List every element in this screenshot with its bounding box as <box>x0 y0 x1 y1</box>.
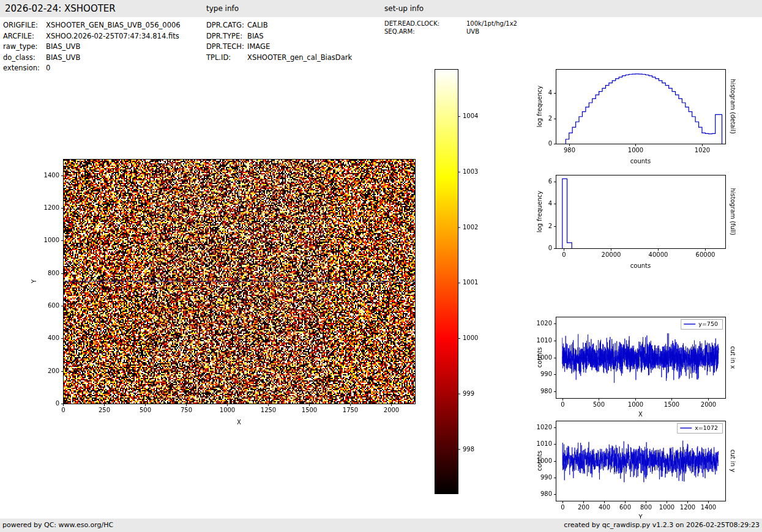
metadata-value: 0 <box>46 64 50 72</box>
metadata-label: raw_type: <box>3 42 46 53</box>
metadata-label: DET.READ.CLOCK: <box>384 20 466 28</box>
file-info-list: ORIGFILE:XSHOOTER_GEN_BIAS_UVB_056_0006A… <box>3 20 181 74</box>
metadata-row: DPR.TYPE:BIAS <box>206 31 352 42</box>
metadata-value: XSHOO.2026-02-25T07:47:34.814.fits <box>46 32 179 40</box>
metadata-row: DET.READ.CLOCK:100k/1pt/hg/1x2 <box>384 20 517 28</box>
metadata-row: DPR.TECH:IMAGE <box>206 42 352 53</box>
histogram-full-plot <box>536 169 747 273</box>
metadata-label: SEQ.ARM: <box>384 28 466 36</box>
metadata-row: ARCFILE:XSHOO.2026-02-25T07:47:34.814.fi… <box>3 31 181 42</box>
bias-image-plot <box>24 146 441 434</box>
metadata-row: SEQ.ARM:UVB <box>384 28 517 36</box>
footer-powered-by: powered by QC: www.eso.org/HC <box>2 519 113 532</box>
metadata-label: ORIGFILE: <box>3 20 46 31</box>
header-bar: 2026-02-24: XSHOOTER type info set-up in… <box>0 0 762 17</box>
metadata-value: 100k/1pt/hg/1x2 <box>466 20 517 27</box>
metadata-value: BIAS <box>247 32 263 40</box>
metadata-value: UVB <box>466 28 479 35</box>
cut-in-y-plot <box>536 413 747 523</box>
metadata-label: DPR.TYPE: <box>206 31 247 42</box>
colorbar <box>430 64 497 502</box>
type-info-list: DPR.CATG:CALIBDPR.TYPE:BIASDPR.TECH:IMAG… <box>206 20 352 63</box>
footer-bar: powered by QC: www.eso.org/HC created by… <box>0 519 762 532</box>
metadata-row: raw_type:BIAS_UVB <box>3 42 181 53</box>
metadata-label: extension: <box>3 63 46 74</box>
type-info-heading: type info <box>206 0 239 17</box>
metadata-row: DPR.CATG:CALIB <box>206 20 352 31</box>
metadata-value: CALIB <box>247 21 268 29</box>
cut-in-x-plot <box>536 309 747 419</box>
histogram-detail-plot <box>536 64 747 168</box>
metadata-row: do_class:BIAS_UVB <box>3 53 181 64</box>
metadata-label: ARCFILE: <box>3 31 46 42</box>
setup-info-list: DET.READ.CLOCK:100k/1pt/hg/1x2SEQ.ARM:UV… <box>384 20 517 35</box>
metadata-value: IMAGE <box>247 42 270 51</box>
metadata-row: extension:0 <box>3 63 181 74</box>
metadata-value: XSHOOTER_GEN_BIAS_UVB_056_0006 <box>46 21 181 29</box>
metadata-row: ORIGFILE:XSHOOTER_GEN_BIAS_UVB_056_0006 <box>3 20 181 31</box>
metadata-label: DPR.CATG: <box>206 20 247 31</box>
metadata-row: TPL.ID:XSHOOTER_gen_cal_BiasDark <box>206 53 352 64</box>
setup-info-heading: set-up info <box>384 0 424 17</box>
metadata-value: BIAS_UVB <box>46 42 80 51</box>
metadata-label: DPR.TECH: <box>206 42 247 53</box>
metadata-value: XSHOOTER_gen_cal_BiasDark <box>247 53 352 62</box>
metadata-label: TPL.ID: <box>206 53 247 64</box>
footer-created-by: created by qc_rawdisp.py v1.2.3 on 2026-… <box>564 519 760 532</box>
metadata-label: do_class: <box>3 53 46 64</box>
page-title: 2026-02-24: XSHOOTER <box>5 0 116 17</box>
metadata-value: BIAS_UVB <box>46 53 80 62</box>
